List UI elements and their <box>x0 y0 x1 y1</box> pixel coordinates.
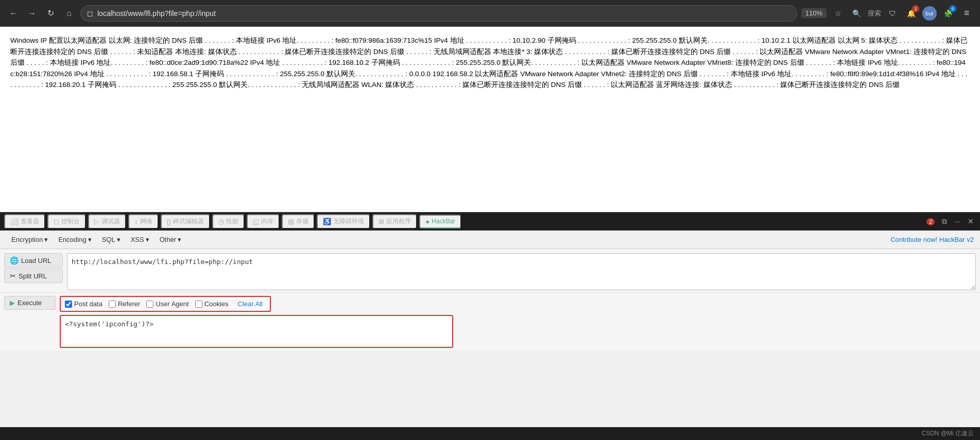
zoom-level: 110% <box>801 8 827 18</box>
devtools-tab-perf[interactable]: ◷ 性能 <box>212 214 245 229</box>
execute-icon: ▶ <box>10 299 15 307</box>
inspector-icon: ⬜ <box>10 218 19 225</box>
browser-menu-button[interactable]: ≡ <box>959 6 974 21</box>
user-agent-checkbox-label[interactable]: User Agent <box>146 300 188 308</box>
post-data-input-wrap <box>60 315 453 348</box>
other-menu[interactable]: Other ▾ <box>154 234 187 245</box>
search-label: 搜索 <box>868 9 881 18</box>
bookmark-button[interactable]: ☆ <box>831 6 845 21</box>
watermark-text: CSDN @Mi 亿速云 <box>921 430 974 437</box>
bottom-watermark: CSDN @Mi 亿速云 <box>0 427 980 440</box>
devtools-right-actions: 2 ⧉ ··· ✕ <box>924 216 976 227</box>
hackbar-menu-toolbar: Encryption ▾ Encoding ▾ SQL ▾ XSS ▾ Othe… <box>0 231 980 249</box>
storage-icon: ▤ <box>288 218 294 225</box>
devtools-responsive-btn[interactable]: ⧉ <box>940 216 949 227</box>
home-button[interactable]: ⌂ <box>62 6 76 21</box>
style-icon: {} <box>167 218 171 225</box>
hackbar-url-input-wrap <box>67 253 980 292</box>
network-icon: ↕ <box>134 218 138 225</box>
execute-button[interactable]: ▶ Execute <box>4 296 56 310</box>
post-data-checkboxes: Post data Referer User Agent Cookies Cle… <box>60 296 271 312</box>
shield-button[interactable]: 🛡 <box>885 6 900 21</box>
encryption-chevron-icon: ▾ <box>44 236 48 243</box>
hackbar-url-area: 🌐 Load URL ✂ Split URL <box>0 249 980 292</box>
apps-icon: ⊞ <box>379 218 384 225</box>
referer-checkbox-label[interactable]: Referer <box>109 300 140 308</box>
address-bar[interactable]: ◻ localhost/www/lfi.php?file=php://input <box>80 5 797 22</box>
error-badge: 2 <box>926 218 935 225</box>
hackbar-icon: ● <box>425 218 429 225</box>
referer-checkbox[interactable] <box>109 301 116 308</box>
devtools-toolbar: ⬜ 查看器 ◻ 控制台 ▷ 调试器 ↕ 网络 {} 样式编辑器 ◷ 性能 ◱ 内… <box>0 212 980 231</box>
hackbar-left-buttons: 🌐 Load URL ✂ Split URL <box>0 253 67 292</box>
load-url-button[interactable]: 🌐 Load URL <box>4 253 63 268</box>
address-text: localhost/www/lfi.php?file=php://input <box>97 9 216 17</box>
devtools-tab-hackbar[interactable]: ● HackBar <box>419 215 461 228</box>
debugger-icon: ▷ <box>94 218 99 225</box>
back-button[interactable]: ← <box>6 6 21 21</box>
split-url-icon: ✂ <box>10 272 16 280</box>
split-url-button[interactable]: ✂ Split URL <box>4 269 63 283</box>
encoding-chevron-icon: ▾ <box>88 236 92 243</box>
page-text: Windows IP 配置以太网适配器 以太网: 连接特定的 DNS 后缀 . … <box>10 35 970 91</box>
page-content: Windows IP 配置以太网适配器 以太网: 连接特定的 DNS 后缀 . … <box>0 27 980 212</box>
browser-chrome: ← → ↻ ⌂ ◻ localhost/www/lfi.php?file=php… <box>0 0 980 27</box>
memory-icon: ◱ <box>253 218 259 225</box>
notification-button[interactable]: 🔔 1 <box>904 6 918 21</box>
clear-all-button[interactable]: Clear All <box>235 300 266 308</box>
devtools-tab-storage[interactable]: ▤ 存储 <box>282 214 315 229</box>
xss-menu[interactable]: XSS ▾ <box>126 234 154 245</box>
console-icon: ◻ <box>54 218 59 225</box>
xss-chevron-icon: ▾ <box>146 236 149 243</box>
sql-chevron-icon: ▾ <box>117 236 121 243</box>
contribute-link[interactable]: Contribute now! HackBar v2 <box>890 236 974 243</box>
other-chevron-icon: ▾ <box>178 236 181 243</box>
user-agent-checkbox[interactable] <box>146 301 153 308</box>
load-url-icon: 🌐 <box>10 256 19 265</box>
user-avatar[interactable]: bur <box>922 6 937 21</box>
post-data-input[interactable] <box>61 316 452 345</box>
hackbar-url-input[interactable] <box>67 253 976 290</box>
cookies-checkbox-label[interactable]: Cookies <box>195 300 229 308</box>
cookies-checkbox[interactable] <box>195 301 202 308</box>
sql-menu[interactable]: SQL ▾ <box>97 234 126 245</box>
devtools-close-btn[interactable]: ✕ <box>966 216 976 226</box>
devtools-error-btn[interactable]: 2 <box>924 216 937 226</box>
search-button[interactable]: 🔍 <box>849 6 864 21</box>
devtools-tab-style[interactable]: {} 样式编辑器 <box>161 214 211 229</box>
security-icon: ◻ <box>87 9 93 17</box>
devtools-tab-a11y[interactable]: ♿ 无障碍环境 <box>317 214 370 229</box>
devtools-tab-debugger[interactable]: ▷ 调试器 <box>88 214 126 229</box>
hackbar-panel: Encryption ▾ Encoding ▾ SQL ▾ XSS ▾ Othe… <box>0 231 980 440</box>
post-data-area: Post data Referer User Agent Cookies Cle… <box>60 296 980 348</box>
devtools-tab-apps[interactable]: ⊞ 应用程序 <box>372 214 417 229</box>
devtools-tab-inspector[interactable]: ⬜ 查看器 <box>4 214 45 229</box>
encryption-menu[interactable]: Encryption ▾ <box>6 234 53 245</box>
reload-button[interactable]: ↻ <box>43 6 58 21</box>
devtools-more-btn[interactable]: ··· <box>952 216 962 226</box>
a11y-icon: ♿ <box>323 218 331 225</box>
devtools-tab-memory[interactable]: ◱ 内存 <box>247 214 280 229</box>
extensions-button[interactable]: 🧩 6 <box>941 6 955 21</box>
perf-icon: ◷ <box>218 218 224 225</box>
hackbar-execute-area: ▶ Execute Post data Referer User Agent <box>0 292 980 351</box>
post-data-checkbox-label[interactable]: Post data <box>65 300 102 308</box>
post-data-checkbox[interactable] <box>65 301 72 308</box>
devtools-tab-network[interactable]: ↕ 网络 <box>128 214 159 229</box>
forward-button[interactable]: → <box>25 6 39 21</box>
devtools-tab-console[interactable]: ◻ 控制台 <box>47 214 86 229</box>
encoding-menu[interactable]: Encoding ▾ <box>53 234 96 245</box>
